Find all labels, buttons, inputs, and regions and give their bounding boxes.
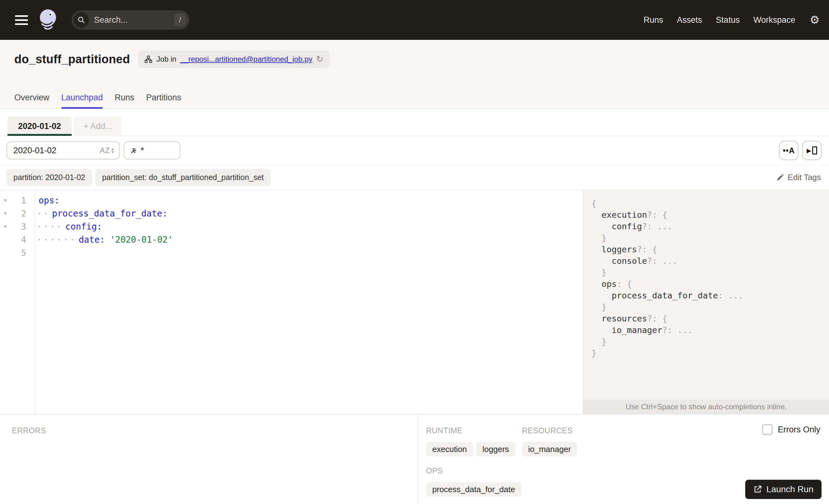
autocomplete-hint: Use Ctrl+Space to show auto-completions … [583, 400, 829, 414]
octopus-logo-icon [37, 8, 59, 32]
errors-only-checkbox[interactable] [762, 424, 772, 435]
config-editor-area: ▾ 1 ops: ▾ 2 ••process_data_for_date: ▾ … [0, 190, 829, 414]
schema-line: } [591, 267, 829, 278]
launch-run-label: Launch Run [766, 484, 814, 494]
schema-line: config?: ... [591, 220, 829, 232]
schema-line: { [591, 197, 829, 209]
chip-execution[interactable]: execution [426, 442, 473, 456]
ops-heading: OPS [426, 466, 829, 475]
fold-arrow-icon[interactable]: ▾ [0, 223, 10, 230]
search-shortcut-badge: / [174, 13, 186, 27]
scaffold-input[interactable] [141, 146, 175, 155]
whitespace-toggle-button[interactable]: ▶ [802, 141, 822, 160]
gutter-divider [35, 190, 35, 414]
refresh-icon[interactable]: ↻ [316, 55, 323, 64]
tab-partitions[interactable]: Partitions [146, 93, 181, 109]
tab-runs[interactable]: Runs [115, 93, 134, 109]
editor-line: ▾ 2 ••process_data_for_date: [0, 207, 583, 220]
chip-loggers[interactable]: loggers [476, 442, 515, 456]
nav-workspace[interactable]: Workspace [753, 15, 795, 25]
chip-process-data-for-date[interactable]: process_data_for_date [426, 482, 521, 497]
tag-partition-set: partition_set: do_stuff_partitioned_part… [95, 169, 271, 186]
job-badge-prefix: Job in [156, 55, 176, 64]
indent-dots: •••• [37, 223, 64, 230]
runtime-heading: RUNTIME [426, 426, 522, 435]
tag-bar: partition: 2020-01-02 partition_set: do_… [0, 165, 829, 190]
edit-tags-label: Edit Tags [788, 173, 821, 182]
yaml-value: '2020-01-02' [110, 235, 173, 245]
yaml-key: config: [65, 221, 102, 232]
line-number: 5 [10, 248, 31, 258]
gear-icon[interactable]: ⚙ [810, 14, 820, 26]
errors-pane: ERRORS [0, 414, 419, 504]
top-nav-links: Runs Assets Status Workspace [644, 15, 795, 25]
scaffold-field [123, 141, 180, 159]
fold-arrow-icon[interactable]: ▾ [0, 210, 10, 217]
schema-line: execution?: { [591, 209, 829, 220]
tab-launchpad[interactable]: Launchpad [61, 93, 103, 109]
autocomplete-icon: ••A [783, 146, 795, 155]
fan-out-icon [131, 146, 137, 155]
yaml-key: date: [79, 235, 105, 245]
launchpad-config-tabs: 2020-01-02 + Add... [0, 109, 829, 136]
job-tabs: Overview Launchpad Runs Partitions [14, 93, 181, 109]
tag-partition: partition: 2020-01-02 [6, 169, 92, 186]
line-number: 3 [10, 222, 31, 231]
autocomplete-button[interactable]: ••A [779, 141, 798, 160]
schema-line: ops: { [591, 278, 829, 290]
yaml-editor[interactable]: ▾ 1 ops: ▾ 2 ••process_data_for_date: ▾ … [0, 190, 583, 414]
yaml-key: ops: [39, 195, 60, 206]
line-number: 4 [10, 235, 31, 245]
resources-heading: RESOURCES [522, 426, 577, 435]
launch-run-button[interactable]: Launch Run [745, 480, 822, 499]
errors-only-control: Errors Only [762, 424, 820, 435]
nav-runs[interactable]: Runs [644, 15, 663, 25]
fold-arrow-icon[interactable]: ▾ [0, 197, 10, 204]
pencil-icon [776, 174, 784, 182]
search-input[interactable] [94, 15, 174, 25]
schema-line: } [591, 336, 829, 347]
whitespace-icon-rect [812, 146, 817, 154]
schema-line: io_manager?: ... [591, 324, 829, 336]
schema-line: resources?: { [591, 313, 829, 324]
editor-line: ▾ 1 ops: [0, 194, 583, 207]
config-summary-pane: RUNTIME execution loggers RESOURCES io_m… [419, 414, 829, 504]
edit-tags-button[interactable]: Edit Tags [776, 173, 821, 182]
errors-heading: ERRORS [12, 426, 418, 435]
nav-assets[interactable]: Assets [677, 15, 702, 25]
editor-line: ▾ 3 ••••config: [0, 220, 583, 233]
partition-select-field: AZ ▲▼ [6, 141, 120, 159]
bottom-panel: ERRORS RUNTIME execution loggers RESOURC… [0, 414, 829, 504]
partition-select-input[interactable] [13, 146, 100, 155]
hamburger-menu-icon[interactable] [15, 15, 28, 25]
add-config-tab-button[interactable]: + Add... [74, 116, 121, 136]
errors-only-label: Errors Only [778, 425, 820, 435]
launch-icon [753, 485, 762, 494]
dagster-logo[interactable] [37, 8, 59, 32]
config-tab-selected[interactable]: 2020-01-02 [7, 116, 72, 136]
job-graph-icon [144, 55, 153, 64]
schema-line: loggers?: { [591, 244, 829, 255]
schema-line: } [591, 232, 829, 244]
nav-status[interactable]: Status [716, 15, 740, 25]
tab-overview[interactable]: Overview [14, 93, 49, 109]
job-file-link[interactable]: __reposi...artitioned@partitioned_job.py [180, 55, 312, 64]
editor-line: 4 ••••••date:'2020-01-02' [0, 233, 583, 246]
launchpad-toolbar: AZ ▲▼ ••A ▶ [0, 136, 829, 165]
schema-line: } [591, 301, 829, 313]
whitespace-icon: ▶ [806, 148, 811, 153]
page-header: do_stuff_partitioned Job in __reposi...a… [0, 40, 829, 109]
schema-line: } [591, 347, 829, 359]
line-number: 1 [10, 195, 31, 205]
editor-line: 5 [0, 246, 583, 259]
indent-dots: •• [37, 210, 51, 217]
schema-line: process_data_for_date: ... [591, 290, 829, 301]
indent-dots: •••••• [37, 236, 77, 243]
schema-line: console?: ... [591, 255, 829, 267]
yaml-key: process_data_for_date: [52, 208, 168, 219]
config-schema-panel: { execution?: { config?: ... } loggers?:… [583, 190, 829, 414]
global-search: / [72, 10, 189, 30]
chip-io-manager[interactable]: io_manager [522, 442, 577, 456]
line-number: 2 [10, 209, 31, 218]
sort-az-icon: AZ ▲▼ [100, 146, 114, 155]
